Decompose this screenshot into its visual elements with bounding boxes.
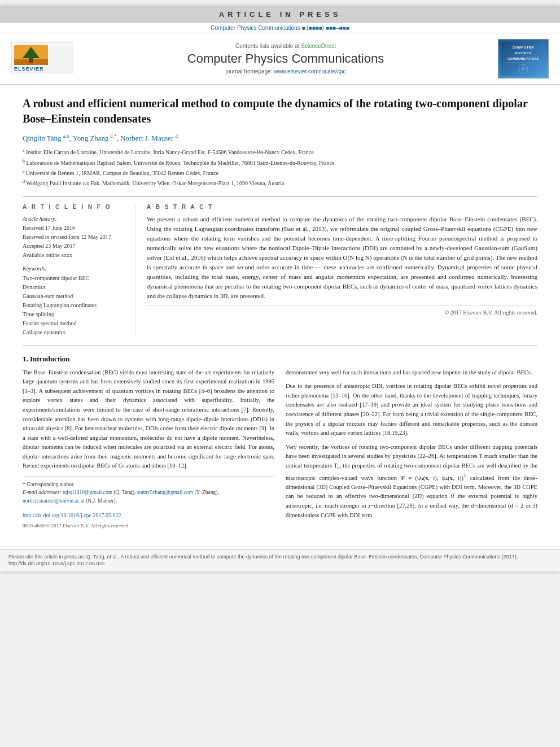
sciencedirect-label: ScienceDirect [301,43,336,49]
keyword-5: Time splitting [23,310,126,319]
info-abstract-section: A R T I C L E I N F O Article history: R… [23,196,537,337]
homepage-text: journal homepage: [226,68,274,75]
keyword-1: Two-component dipolar BEC [23,274,126,283]
accepted-date: Accepted 23 May 2017 [23,242,126,251]
intro-para-4: Very recently, the vortices of rotating … [286,443,537,520]
email-link-tang[interactable]: tqltql2010@gmail.com [63,490,112,495]
body-col-right: demonstrated very well for such interact… [286,368,537,530]
history-label: Article history: [23,215,126,224]
intro-para-1: The Bose–Einstein condensation (BEC) yie… [23,368,274,471]
svg-text:PHYSICS: PHYSICS [515,51,532,55]
article-title: A robust and efficient numerical method … [23,96,537,126]
body-col-left: The Bose–Einstein condensation (BEC) yie… [23,368,274,530]
svg-rect-4 [29,58,33,63]
journal-header: ELSEVIER Contents lists available at Sci… [0,33,560,85]
page: ARTICLE IN PRESS Computer Physics Commun… [0,6,560,571]
intro-para-2: demonstrated very well for such interact… [286,368,537,378]
article-info-header: A R T I C L E I N F O [23,204,126,210]
section-number: 1. [23,355,28,363]
body-two-col: The Bose–Einstein condensation (BEC) yie… [23,368,537,530]
svg-text:COMPUTER: COMPUTER [513,46,535,49]
journal-homepage: journal homepage: www.elsevier.com/locat… [79,68,492,75]
journal-title-area: Contents lists available at ScienceDirec… [79,43,492,75]
keyword-2: Dynamics [23,283,126,292]
affiliation-b: b Laboratoire de Mathématiques Raphaël S… [23,158,537,167]
email-label: E-mail addresses: [23,490,62,495]
contents-available: Contents lists available at ScienceDirec… [79,43,492,49]
doi-bar: http://dx.doi.org/10.1016/j.cpc.2017.05.… [23,509,274,530]
aip-banner-text: ARTICLE IN PRESS [219,10,342,19]
affiliation-c: c Université de Rennes 1, IRMAR, Campus … [23,168,537,177]
sciencedirect-link[interactable]: ScienceDirect [301,43,336,49]
received-date: Received 17 June 2016 [23,224,126,233]
main-content: A robust and efficient numerical method … [0,85,560,549]
aip-banner: ARTICLE IN PRESS [0,6,560,23]
elsevier-logo-svg: ELSEVIER [11,42,73,73]
affiliations: a Institut Elie Cartan de Lorraine, Univ… [23,147,537,187]
intro-right-text: demonstrated very well for such interact… [286,368,537,521]
email-line: E-mail addresses: tqltql2010@gmail.com (… [23,488,274,505]
abstract-col: A B S T R A C T We present a robust and … [147,204,537,337]
article-history: Article history: Received 17 June 2016 R… [23,215,126,260]
affiliation-d: d Wolfgang Pauli Institute c/o Fak. Math… [23,178,537,187]
article-info-col: A R T I C L E I N F O Article history: R… [23,204,135,337]
journal-ref-bar: Computer Physics Communications ■ (■■■■)… [0,23,560,33]
abstract-header: A B S T R A C T [147,204,537,210]
authors-text: Qinglin Tang a,b, Yong Zhang c,*, Norber… [23,134,178,142]
svg-text:ELSEVIER: ELSEVIER [14,66,44,72]
keyword-7: Collapse dynamics [23,328,126,337]
keyword-6: Fourier spectral method [23,319,126,328]
intro-left-text: The Bose–Einstein condensation (BEC) yie… [23,368,274,471]
journal-title: Computer Physics Communications [79,51,492,66]
affiliation-a: a Institut Elie Cartan de Lorraine, Univ… [23,147,537,156]
corresponding-author: * Corresponding author. [23,480,274,488]
revised-date: Received in revised form 12 May 2017 [23,233,126,242]
section-title: 1. Introduction [23,355,537,364]
keywords-title: Keywords: [23,265,126,272]
citation-text: Please cite this article in press as: Q.… [8,554,518,567]
keyword-3: Gaussian-sum method [23,292,126,301]
keyword-4: Rotating Lagrangian coordinates [23,301,126,310]
section-divider [23,346,537,346]
cpc-logo-area: COMPUTER PHYSICS COMMUNICATIONS [492,39,549,78]
section-heading: Introduction [30,355,70,363]
journal-ref-text: Computer Physics Communications ■ (■■■■)… [211,25,349,31]
email-link-zhang[interactable]: sunny5zhang@gmail.com [137,490,193,495]
online-date: Available online xxxx [23,251,126,260]
footnote-area: * Corresponding author. E-mail addresses… [23,477,274,505]
keywords-section: Keywords: Two-component dipolar BEC Dyna… [23,265,126,337]
elsevier-logo-area: ELSEVIER [11,42,79,76]
svg-point-12 [521,67,526,71]
authors-line: Qinglin Tang a,b, Yong Zhang c,*, Norber… [23,133,537,143]
svg-text:COMMUNICATIONS: COMMUNICATIONS [508,57,539,60]
contents-text: Contents lists available at [235,43,301,49]
license-text: 0010-4655/© 2017 Elsevier B.V. All right… [23,523,129,528]
footnote-corresponding: * Corresponding author. E-mail addresses… [23,480,274,505]
cpc-logo: COMPUTER PHYSICS COMMUNICATIONS [498,39,549,78]
citation-bar: Please cite this article in press as: Q.… [0,549,560,571]
doi-link[interactable]: http://dx.doi.org/10.1016/j.cpc.2017.05.… [23,512,121,518]
introduction-section: 1. Introduction The Bose–Einstein conden… [23,355,537,530]
email-link-mauser[interactable]: norbert.mauser@univie.ac.at [23,498,85,504]
abstract-text: We present a robust and efficient numeri… [147,215,537,301]
copyright-text: © 2017 Elsevier B.V. All rights reserved… [147,305,537,316]
intro-para-3: Due to the presence of anisotropic DDI, … [286,382,537,438]
cpc-logo-svg: COMPUTER PHYSICS COMMUNICATIONS [501,42,546,76]
homepage-url[interactable]: www.elsevier.com/locate/cpc [274,68,345,75]
